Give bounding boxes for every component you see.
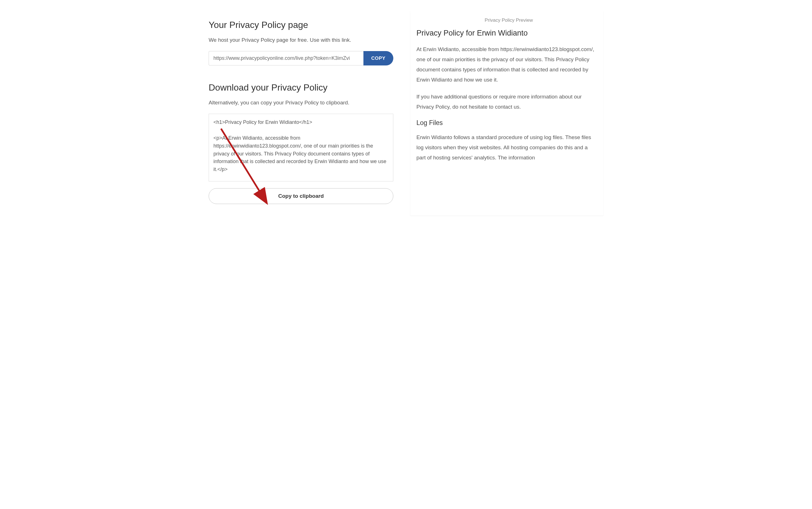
preview-panel: Privacy Policy Preview Privacy Policy fo… bbox=[410, 11, 603, 215]
preview-subheading: Log Files bbox=[416, 119, 598, 127]
url-input[interactable] bbox=[209, 51, 363, 65]
preview-heading: Privacy Policy for Erwin Widianto bbox=[416, 29, 598, 37]
copy-button[interactable]: COPY bbox=[363, 51, 393, 65]
page-title: Your Privacy Policy page bbox=[209, 20, 393, 30]
download-subtitle: Alternatively, you can copy your Privacy… bbox=[209, 100, 393, 106]
preview-paragraph: At Erwin Widianto, accessible from https… bbox=[416, 44, 598, 85]
download-title: Download your Privacy Policy bbox=[209, 82, 393, 93]
preview-label: Privacy Policy Preview bbox=[416, 18, 601, 23]
preview-paragraph: Erwin Widianto follows a standard proced… bbox=[416, 132, 598, 163]
host-subtitle: We host your Privacy Policy page for fre… bbox=[209, 37, 393, 43]
preview-scroll-area[interactable]: Privacy Policy for Erwin Widianto At Erw… bbox=[416, 29, 601, 209]
preview-paragraph: If you have additional questions or requ… bbox=[416, 92, 598, 112]
copy-to-clipboard-button[interactable]: Copy to clipboard bbox=[209, 188, 393, 204]
html-textarea[interactable] bbox=[209, 114, 393, 181]
